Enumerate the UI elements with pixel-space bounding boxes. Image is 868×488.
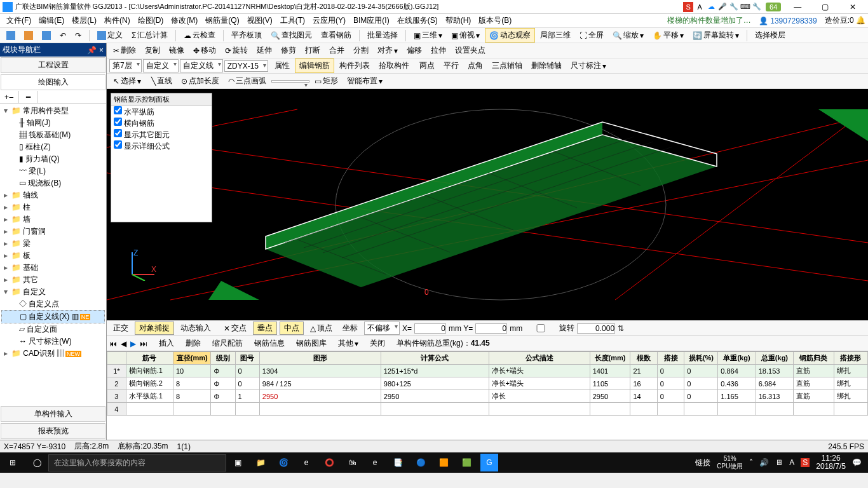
line-tool[interactable]: ╲ 直线	[147, 74, 176, 88]
trim-button[interactable]: 修剪	[277, 44, 300, 57]
find-element-button[interactable]: 🔍 查找图元	[267, 29, 316, 42]
point-angle-button[interactable]: 点角	[464, 59, 487, 72]
user-id[interactable]: 👤 13907298339	[759, 17, 817, 25]
stepper-icon[interactable]: ⇅	[618, 324, 624, 333]
ime-toolbar[interactable]: SA☁🎤🔧⌨🔧	[683, 2, 762, 12]
redo-button[interactable]: ↷	[71, 30, 85, 41]
rebar-lib-button[interactable]: 钢筋图库	[292, 337, 330, 350]
offset-mode[interactable]: 不偏移	[364, 322, 400, 335]
tray-ime-a[interactable]: A	[789, 458, 794, 467]
tray-cpu[interactable]: 51% CPU使用	[717, 455, 743, 471]
close-panel-icon[interactable]: ×	[99, 46, 104, 55]
first-button[interactable]: ⏮	[109, 339, 117, 348]
offset-button[interactable]: 偏移	[403, 44, 426, 57]
minimize-button[interactable]: —	[785, 3, 810, 11]
rebar-table[interactable]: 筋号直径(mm)级别图号图形计算公式公式描述长度(mm)根数搭接损耗(%)单重(…	[107, 351, 868, 440]
align-button[interactable]: 对齐 ▾	[374, 44, 402, 57]
new-button[interactable]	[3, 30, 19, 41]
rotate-input[interactable]	[577, 323, 615, 334]
notice-link[interactable]: 楼梯的构件数量增加了…	[667, 15, 751, 26]
menu-cloud[interactable]: 云应用(Y)	[309, 14, 349, 27]
section-report[interactable]: 报表预览	[1, 423, 105, 439]
rebar-display-panel[interactable]: 钢筋显示控制面板 水平纵筋 横向钢筋 显示其它图元 显示详细公式	[111, 93, 212, 222]
app-5[interactable]: 🔵	[412, 454, 430, 471]
menu-draw[interactable]: 绘图(D)	[134, 14, 168, 27]
save-button[interactable]	[38, 30, 55, 41]
next-button[interactable]: ▶	[130, 339, 136, 348]
opt-horiz-long[interactable]	[114, 106, 122, 114]
component-tree[interactable]: ▾📁 常用构件类型 ╫ 轴网(J) ▦ 筏板基础(M) ▯ 框柱(Z) ▮ 剪力…	[0, 104, 106, 405]
menu-file[interactable]: 文件(F)	[3, 14, 35, 27]
open-button[interactable]	[20, 30, 37, 41]
menu-tools[interactable]: 工具(T)	[276, 14, 309, 27]
tray-clock[interactable]: 11:262018/7/5	[816, 454, 846, 471]
last-button[interactable]: ⏭	[140, 339, 147, 348]
rotate-toggle[interactable]	[525, 324, 557, 332]
menu-rebar[interactable]: 钢筋量(Q)	[201, 14, 243, 27]
app-edge[interactable]: e	[297, 454, 315, 471]
taskview-icon[interactable]: ▣	[229, 454, 247, 471]
cortana-icon[interactable]: ◯	[28, 454, 46, 471]
copy-button[interactable]: 复制	[141, 44, 164, 57]
pin-icon[interactable]: 📌	[87, 46, 97, 55]
fullscreen-button[interactable]: ⛶ 全屏	[576, 29, 607, 42]
tray-notifications-icon[interactable]: 💬	[852, 458, 862, 467]
orbit-button[interactable]: 🌀 动态观察	[485, 28, 535, 43]
parallel-button[interactable]: 平行	[440, 59, 463, 72]
app-6[interactable]: 🟧	[435, 454, 452, 471]
menu-help[interactable]: 帮助(H)	[442, 14, 475, 27]
app-3[interactable]: ⭕	[320, 454, 338, 471]
rebar-info-button[interactable]: 钢筋信息	[250, 337, 288, 350]
taskbar-search[interactable]: 在这里输入你要搜索的内容	[48, 454, 226, 471]
arc-tool[interactable]: ◠ 三点画弧	[224, 74, 270, 88]
arc-mode-select[interactable]	[271, 80, 309, 83]
pick-component-button[interactable]: 拾取构件	[375, 59, 413, 72]
snap-perp[interactable]: 垂点	[253, 322, 277, 335]
menu-floor[interactable]: 楼层(L)	[68, 14, 100, 27]
edit-rebar-button[interactable]: 编辑钢筋	[295, 58, 334, 73]
screen-rotate-button[interactable]: 🔄 屏幕旋转 ▾	[689, 29, 743, 42]
start-button[interactable]: ⊞	[0, 458, 25, 467]
menu-bim[interactable]: BIM应用(I)	[349, 14, 393, 27]
zoom-button[interactable]: 🔍 缩放 ▾	[609, 29, 648, 42]
dyn-input-toggle[interactable]: 动态输入	[177, 322, 215, 335]
rotate-button[interactable]: ⟳ 旋转	[221, 44, 252, 57]
3d-viewport[interactable]: 钢筋显示控制面板 水平纵筋 横向钢筋 显示其它图元 显示详细公式	[107, 89, 868, 320]
3d-button[interactable]: ▣ 三维 ▾	[410, 29, 446, 42]
smart-layout-tool[interactable]: 智能布置 ▾	[343, 74, 386, 88]
stretch-button[interactable]: 拉伸	[427, 44, 450, 57]
tray-link[interactable]: 链接	[695, 458, 710, 468]
tray-ime-s[interactable]: S	[801, 458, 810, 467]
menu-view[interactable]: 视图(V)	[243, 14, 276, 27]
three-point-aux-button[interactable]: 三点辅轴	[488, 59, 526, 72]
view-rebar-button[interactable]: 查看钢筋	[317, 29, 355, 42]
tray-up-icon[interactable]: ˄	[749, 458, 753, 467]
insert-row-button[interactable]: 插入	[155, 337, 178, 350]
delete-button[interactable]: ✂ 删除	[109, 44, 140, 57]
grip-button[interactable]: 设置夹点	[451, 44, 489, 57]
section-draw-input[interactable]: 绘图输入	[1, 74, 105, 90]
sum-calc-button[interactable]: Σ 汇总计算	[128, 29, 172, 42]
snap-intersection[interactable]: ✕ 交点	[220, 322, 250, 335]
properties-button[interactable]: 属性	[271, 59, 294, 72]
define-button[interactable]: 定义	[93, 29, 126, 42]
undo-button[interactable]: ↶	[56, 30, 70, 41]
component-list-button[interactable]: 构件列表	[336, 59, 374, 72]
app-2[interactable]: 🌀	[275, 454, 292, 471]
maximize-button[interactable]: ▢	[813, 3, 838, 11]
scale-rebar-button[interactable]: 缩尺配筋	[208, 337, 247, 350]
code-select[interactable]: ZDYX-15	[224, 60, 268, 72]
menu-version[interactable]: 版本号(B)	[475, 14, 515, 27]
break-button[interactable]: 打断	[301, 44, 324, 57]
ortho-toggle[interactable]: 正交	[109, 322, 132, 335]
other-button[interactable]: 其他 ▾	[334, 337, 362, 350]
batch-select-button[interactable]: 批量选择	[363, 29, 402, 42]
x-input[interactable]	[414, 323, 446, 334]
close-button[interactable]: ✕	[840, 3, 865, 11]
two-point-button[interactable]: 两点	[416, 59, 438, 72]
join-button[interactable]: 合并	[325, 44, 348, 57]
extend-button[interactable]: 延伸	[253, 44, 276, 57]
tray-net-icon[interactable]: 🖥	[775, 458, 783, 467]
windows-taskbar[interactable]: ⊞ ◯ 在这里输入你要搜索的内容 ▣ 📁 🌀 e ⭕ 🛍 e 📑 🔵 🟧 🟩 G…	[0, 452, 868, 473]
section-single-input[interactable]: 单构件输入	[1, 406, 105, 422]
